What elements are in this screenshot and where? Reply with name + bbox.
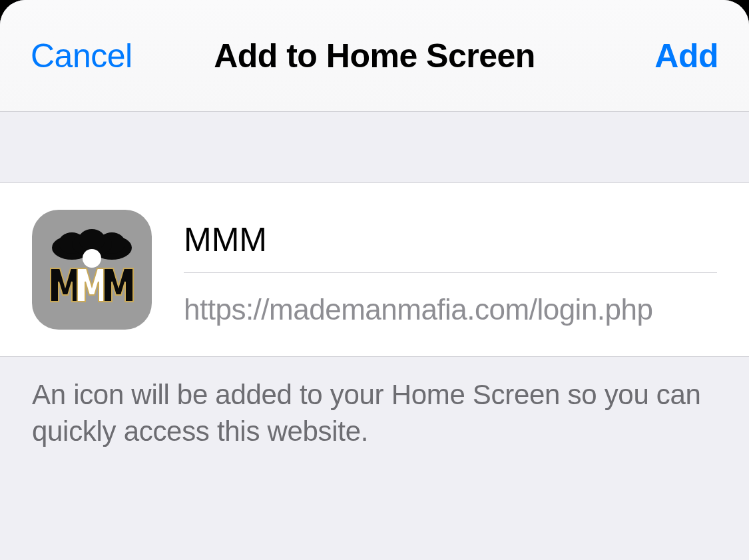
- bookmark-url: https://mademanmafia.com/login.php: [184, 273, 717, 326]
- svg-point-5: [79, 229, 105, 250]
- bookmark-content-row: https://mademanmafia.com/login.php: [0, 182, 749, 357]
- svg-point-6: [83, 249, 101, 268]
- bookmark-name-input[interactable]: [184, 214, 717, 272]
- cancel-button[interactable]: Cancel: [31, 37, 132, 75]
- navigation-bar: Cancel Add to Home Screen Add: [0, 0, 749, 112]
- add-button[interactable]: Add: [654, 37, 718, 75]
- app-icon: [32, 210, 152, 330]
- footer-description: An icon will be added to your Home Scree…: [0, 357, 749, 469]
